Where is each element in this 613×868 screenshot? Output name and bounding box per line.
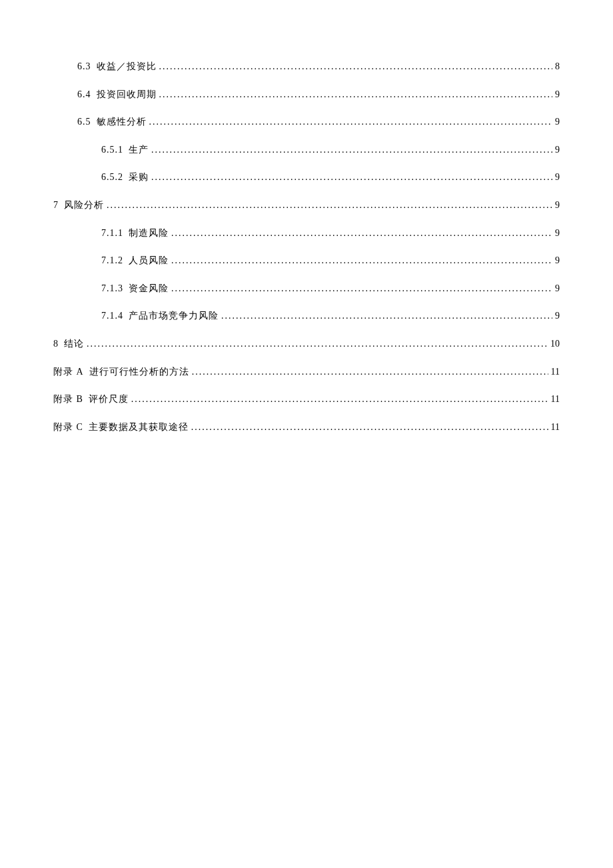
toc-entry[interactable]: 6.4投资回收周期9 [53, 88, 560, 101]
toc-entry[interactable]: 8结论10 [53, 337, 560, 351]
toc-entry-page: 9 [555, 309, 560, 323]
toc-entry-title: 人员风险 [129, 254, 169, 267]
toc-entry-title: 制造风险 [129, 227, 169, 240]
toc-entry-page: 8 [555, 60, 560, 73]
toc-entry-number: 附录 B [53, 393, 83, 406]
toc-entry-page: 9 [555, 199, 560, 212]
toc-entry[interactable]: 7.1.3资金风险9 [53, 282, 560, 295]
toc-entry-number: 7.1.1 [101, 227, 123, 240]
toc-entry-title: 资金风险 [129, 282, 169, 295]
toc-entry-title: 产品市场竞争力风险 [129, 309, 219, 323]
toc-leader-dots [107, 199, 552, 212]
toc-entry[interactable]: 7.1.1制造风险9 [53, 227, 560, 240]
table-of-contents: 6.3收益／投资比86.4投资回收周期96.5敏感性分析96.5.1生产96.5… [53, 60, 560, 433]
toc-entry[interactable]: 6.3收益／投资比8 [53, 60, 560, 73]
toc-entry-page: 11 [551, 365, 560, 379]
toc-entry-title: 评价尺度 [89, 393, 129, 406]
toc-entry-number: 6.5 [77, 115, 91, 129]
toc-entry-page: 9 [555, 254, 560, 267]
toc-entry-number: 附录 A [53, 365, 84, 379]
toc-leader-dots [87, 337, 548, 351]
toc-entry-title: 投资回收周期 [97, 88, 157, 101]
toc-leader-dots [191, 421, 548, 434]
toc-leader-dots [149, 115, 553, 129]
toc-entry[interactable]: 7.1.2人员风险9 [53, 254, 560, 267]
toc-entry[interactable]: 附录 C主要数据及其获取途径11 [53, 421, 560, 434]
toc-entry[interactable]: 附录 A进行可行性分析的方法11 [53, 365, 560, 379]
toc-leader-dots [151, 143, 552, 157]
toc-leader-dots [171, 254, 552, 267]
toc-entry-title: 主要数据及其获取途径 [89, 421, 189, 434]
toc-entry-number: 附录 C [53, 421, 83, 434]
toc-entry-title: 收益／投资比 [97, 60, 157, 73]
toc-entry-number: 6.3 [77, 60, 91, 73]
toc-entry-title: 敏感性分析 [97, 115, 147, 129]
toc-leader-dots [151, 171, 552, 184]
toc-entry[interactable]: 6.5.2采购9 [53, 171, 560, 184]
toc-entry-number: 7.1.3 [101, 282, 123, 295]
toc-entry-title: 风险分析 [64, 199, 104, 212]
toc-entry-title: 结论 [64, 337, 84, 351]
toc-entry-page: 9 [555, 227, 560, 240]
toc-entry[interactable]: 6.5敏感性分析9 [53, 115, 560, 129]
toc-entry[interactable]: 7.1.4产品市场竞争力风险9 [53, 309, 560, 323]
toc-entry[interactable]: 7风险分析9 [53, 199, 560, 212]
toc-entry-page: 9 [555, 143, 560, 157]
toc-leader-dots [192, 365, 548, 379]
toc-entry-number: 7.1.2 [101, 254, 123, 267]
toc-entry-page: 9 [555, 282, 560, 295]
toc-entry-page: 9 [555, 88, 560, 101]
toc-leader-dots [171, 227, 552, 240]
toc-entry-page: 10 [550, 337, 560, 351]
toc-entry-title: 进行可行性分析的方法 [89, 365, 189, 379]
toc-entry[interactable]: 附录 B评价尺度11 [53, 393, 560, 406]
toc-entry-number: 7 [53, 199, 59, 212]
toc-leader-dots [131, 393, 548, 406]
toc-entry-number: 6.4 [77, 88, 91, 101]
toc-leader-dots [221, 309, 552, 323]
toc-leader-dots [159, 88, 553, 101]
toc-entry-number: 6.5.2 [101, 171, 123, 184]
toc-entry-number: 6.5.1 [101, 143, 123, 157]
toc-entry-number: 8 [53, 337, 59, 351]
toc-leader-dots [171, 282, 552, 295]
toc-leader-dots [159, 60, 553, 73]
toc-entry-number: 7.1.4 [101, 309, 123, 323]
toc-entry-title: 采购 [129, 171, 149, 184]
toc-entry-page: 11 [551, 393, 560, 406]
toc-entry-page: 9 [555, 171, 560, 184]
toc-entry-page: 9 [555, 115, 560, 129]
toc-entry-title: 生产 [129, 143, 149, 157]
toc-entry-page: 11 [551, 421, 560, 434]
toc-entry[interactable]: 6.5.1生产9 [53, 143, 560, 157]
